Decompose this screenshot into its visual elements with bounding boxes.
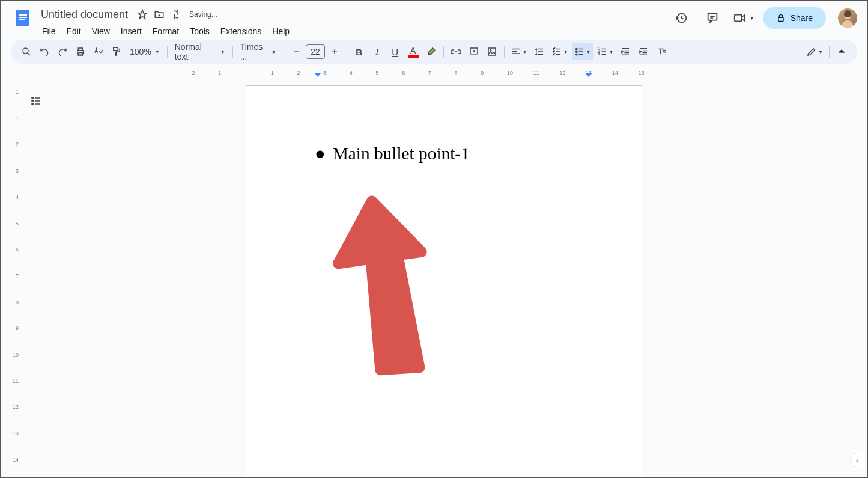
menu-file[interactable]: File bbox=[37, 24, 61, 38]
separator bbox=[504, 46, 505, 58]
separator bbox=[443, 46, 444, 58]
menu-format[interactable]: Format bbox=[148, 24, 184, 38]
editing-mode-button[interactable]: ▼ bbox=[804, 43, 825, 60]
spellcheck-button[interactable] bbox=[90, 43, 107, 60]
line-spacing-button[interactable] bbox=[531, 43, 548, 60]
star-icon[interactable] bbox=[136, 8, 148, 20]
chevron-down-icon: ▼ bbox=[155, 49, 160, 55]
italic-button[interactable]: I bbox=[369, 43, 386, 60]
docs-logo[interactable] bbox=[11, 6, 35, 30]
font-size-control bbox=[288, 43, 343, 60]
svg-point-17 bbox=[575, 51, 577, 52]
separator bbox=[232, 46, 233, 58]
document-title[interactable]: Untitled document bbox=[37, 7, 132, 22]
svg-point-16 bbox=[575, 48, 577, 49]
lock-icon bbox=[776, 13, 786, 23]
text-color-button[interactable]: A bbox=[405, 43, 422, 60]
insert-link-button[interactable] bbox=[448, 43, 464, 60]
clear-formatting-button[interactable] bbox=[653, 43, 670, 60]
vertical-ruler[interactable]: 11234567891011121314 bbox=[1, 78, 21, 478]
svg-rect-6 bbox=[778, 17, 783, 21]
formatting-toolbar: 100%▼ Normal text▼ Times ...▼ B I U A ▼ … bbox=[11, 40, 857, 64]
svg-rect-10 bbox=[78, 48, 83, 51]
chevron-down-icon: ▼ bbox=[750, 16, 754, 21]
title-area: Untitled document Saving... File Edit Vi… bbox=[37, 6, 669, 40]
meet-button[interactable]: ▼ bbox=[732, 6, 756, 30]
svg-rect-12 bbox=[114, 47, 118, 51]
horizontal-ruler[interactable]: 21123456789101112131415 bbox=[21, 69, 867, 78]
zoom-select[interactable]: 100%▼ bbox=[126, 43, 163, 60]
paragraph-style-select[interactable]: Normal text▼ bbox=[171, 43, 229, 60]
history-icon[interactable] bbox=[669, 6, 693, 30]
redo-button[interactable] bbox=[54, 43, 71, 60]
side-panel-collapse-button[interactable]: ‹ bbox=[850, 453, 864, 467]
font-size-input[interactable] bbox=[306, 44, 325, 59]
font-size-decrease[interactable] bbox=[288, 43, 305, 60]
print-button[interactable] bbox=[72, 43, 89, 60]
move-icon[interactable] bbox=[153, 8, 165, 20]
bullet-text[interactable]: Main bullet point-1 bbox=[333, 144, 470, 164]
chevron-down-icon: ▼ bbox=[220, 49, 225, 55]
svg-rect-5 bbox=[734, 15, 741, 22]
svg-point-23 bbox=[32, 100, 34, 102]
menu-bar: File Edit View Insert Format Tools Exten… bbox=[37, 23, 669, 40]
paint-format-button[interactable] bbox=[108, 43, 125, 60]
share-label: Share bbox=[791, 13, 813, 23]
checklist-button[interactable]: ▼ bbox=[549, 43, 571, 60]
font-select[interactable]: Times ...▼ bbox=[237, 43, 280, 60]
bulleted-list-button[interactable]: ▼ bbox=[572, 43, 593, 60]
bullet-glyph: ● bbox=[315, 144, 326, 164]
add-comment-button[interactable] bbox=[466, 43, 482, 60]
separator bbox=[347, 46, 347, 58]
document-page[interactable]: ● Main bullet point-1 bbox=[246, 85, 642, 478]
svg-rect-1 bbox=[19, 14, 27, 16]
menu-tools[interactable]: Tools bbox=[185, 24, 214, 38]
user-avatar[interactable] bbox=[838, 8, 857, 28]
font-size-increase[interactable] bbox=[326, 43, 343, 60]
align-button[interactable]: ▼ bbox=[508, 43, 530, 60]
menu-extensions[interactable]: Extensions bbox=[216, 24, 266, 38]
chevron-down-icon: ▼ bbox=[272, 49, 276, 55]
insert-image-button[interactable] bbox=[484, 43, 500, 60]
app-header: Untitled document Saving... File Edit Vi… bbox=[1, 1, 867, 40]
undo-button[interactable] bbox=[36, 43, 53, 60]
chevron-down-icon: ▼ bbox=[563, 49, 568, 55]
collapse-toolbar-button[interactable] bbox=[833, 43, 850, 60]
comments-icon[interactable] bbox=[700, 6, 724, 30]
bold-button[interactable]: B bbox=[351, 43, 368, 60]
share-button[interactable]: Share bbox=[763, 7, 826, 29]
separator bbox=[284, 46, 284, 58]
highlight-button[interactable] bbox=[423, 43, 440, 60]
chevron-down-icon: ▼ bbox=[609, 49, 614, 55]
save-status: Saving... bbox=[189, 10, 217, 19]
chevron-down-icon: ▼ bbox=[586, 49, 591, 55]
menu-view[interactable]: View bbox=[87, 24, 115, 38]
bullet-list-item[interactable]: ● Main bullet point-1 bbox=[315, 144, 584, 164]
menu-help[interactable]: Help bbox=[267, 24, 294, 38]
chevron-down-icon: ▼ bbox=[818, 49, 823, 55]
svg-point-15 bbox=[490, 50, 491, 51]
svg-rect-2 bbox=[19, 17, 27, 18]
chevron-down-icon: ▼ bbox=[523, 49, 527, 55]
svg-point-18 bbox=[575, 54, 577, 55]
svg-rect-3 bbox=[19, 19, 25, 20]
numbered-list-button[interactable]: 123▼ bbox=[595, 43, 616, 60]
search-icon[interactable] bbox=[18, 43, 35, 60]
content-area: 11234567891011121314 ● Main bullet point… bbox=[1, 78, 867, 478]
svg-text:3: 3 bbox=[598, 53, 600, 56]
increase-indent-button[interactable] bbox=[635, 43, 652, 60]
header-actions: ▼ Share bbox=[669, 6, 857, 30]
document-body[interactable]: ● Main bullet point-1 bbox=[304, 144, 584, 164]
separator bbox=[167, 46, 168, 58]
menu-edit[interactable]: Edit bbox=[62, 24, 86, 38]
svg-point-22 bbox=[32, 97, 34, 99]
cloud-status-icon[interactable] bbox=[170, 8, 182, 20]
annotation-arrow bbox=[324, 194, 445, 387]
underline-button[interactable]: U bbox=[387, 43, 404, 60]
svg-rect-14 bbox=[488, 48, 496, 55]
outline-toggle-button[interactable] bbox=[28, 93, 44, 109]
svg-point-24 bbox=[32, 103, 34, 105]
menu-insert[interactable]: Insert bbox=[116, 24, 147, 38]
document-scroll-area[interactable]: ● Main bullet point-1 bbox=[21, 78, 867, 478]
decrease-indent-button[interactable] bbox=[617, 43, 634, 60]
